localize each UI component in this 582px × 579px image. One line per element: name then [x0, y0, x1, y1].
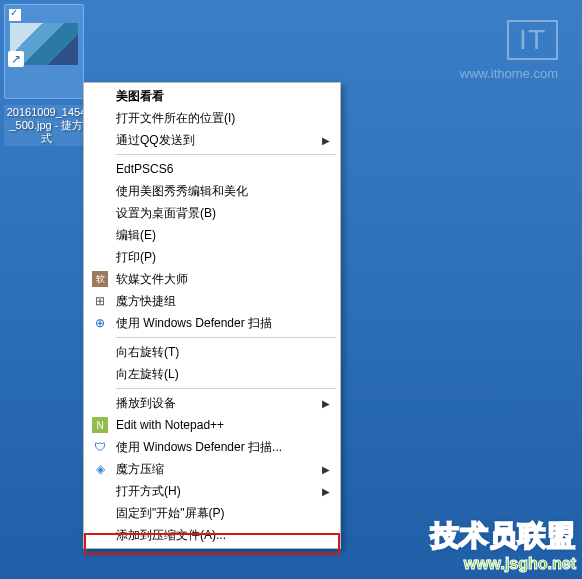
menu-edit[interactable]: 编辑(E) — [86, 224, 338, 246]
shortcut-arrow-icon: ↗ — [8, 51, 24, 67]
menu-file-master[interactable]: 软软媒文件大师 — [86, 268, 338, 290]
watermark-bottom: 技术员联盟 www.jsgho.net — [431, 517, 576, 573]
menu-edtpscs6[interactable]: EdtPSCS6 — [86, 158, 338, 180]
menu-open-with[interactable]: 打开方式(H)▶ — [86, 480, 338, 502]
watermark-logo: IT — [507, 20, 558, 60]
menu-send-qq[interactable]: 通过QQ发送到▶ — [86, 129, 338, 151]
menu-notepad-plus[interactable]: NEdit with Notepad++ — [86, 414, 338, 436]
menu-defender-scan-2[interactable]: 🛡使用 Windows Defender 扫描... — [86, 436, 338, 458]
menu-defender-scan[interactable]: ⊕使用 Windows Defender 扫描 — [86, 312, 338, 334]
watermark-brand: 技术员联盟 — [431, 517, 576, 555]
selection-checkbox[interactable] — [9, 9, 21, 21]
thumbnail-image: ↗ — [10, 23, 78, 65]
menu-add-to-archive[interactable]: 添加到压缩文件(A)... — [86, 524, 338, 546]
cube-icon: ◈ — [92, 461, 108, 477]
grid-icon: ⊞ — [92, 293, 108, 309]
desktop-shortcut[interactable]: ↗ 20161009_1454_500.jpg - 捷方式 — [4, 4, 89, 146]
menu-separator — [116, 154, 336, 155]
shield-icon: ⊕ — [92, 315, 108, 331]
icon-filename: 20161009_1454_500.jpg - 捷方式 — [4, 105, 89, 146]
submenu-arrow-icon: ▶ — [322, 464, 330, 475]
menu-separator — [116, 337, 336, 338]
menu-meituxiuxiu[interactable]: 使用美图秀秀编辑和美化 — [86, 180, 338, 202]
defender-icon: 🛡 — [92, 439, 108, 455]
menu-rotate-right[interactable]: 向右旋转(T) — [86, 341, 338, 363]
watermark-top: IT www.ithome.com — [460, 20, 558, 81]
menu-cast-device[interactable]: 播放到设备▶ — [86, 392, 338, 414]
watermark-bottom-url: www.jsgho.net — [431, 555, 576, 573]
file-master-icon: 软 — [92, 271, 108, 287]
notepad-icon: N — [92, 417, 108, 433]
menu-shortcut-group[interactable]: ⊞魔方快捷组 — [86, 290, 338, 312]
watermark-top-url: www.ithome.com — [460, 66, 558, 81]
menu-set-wallpaper[interactable]: 设置为桌面背景(B) — [86, 202, 338, 224]
menu-pin-to-start[interactable]: 固定到"开始"屏幕(P) — [86, 502, 338, 524]
menu-mofang-compress[interactable]: ◈魔方压缩▶ — [86, 458, 338, 480]
context-menu: 美图看看 打开文件所在的位置(I) 通过QQ发送到▶ EdtPSCS6 使用美图… — [83, 82, 341, 549]
submenu-arrow-icon: ▶ — [322, 398, 330, 409]
icon-selection: ↗ — [4, 4, 84, 99]
submenu-arrow-icon: ▶ — [322, 135, 330, 146]
menu-open-location[interactable]: 打开文件所在的位置(I) — [86, 107, 338, 129]
submenu-arrow-icon: ▶ — [322, 486, 330, 497]
menu-open-meitu[interactable]: 美图看看 — [86, 85, 338, 107]
menu-print[interactable]: 打印(P) — [86, 246, 338, 268]
menu-separator — [116, 388, 336, 389]
menu-rotate-left[interactable]: 向左旋转(L) — [86, 363, 338, 385]
